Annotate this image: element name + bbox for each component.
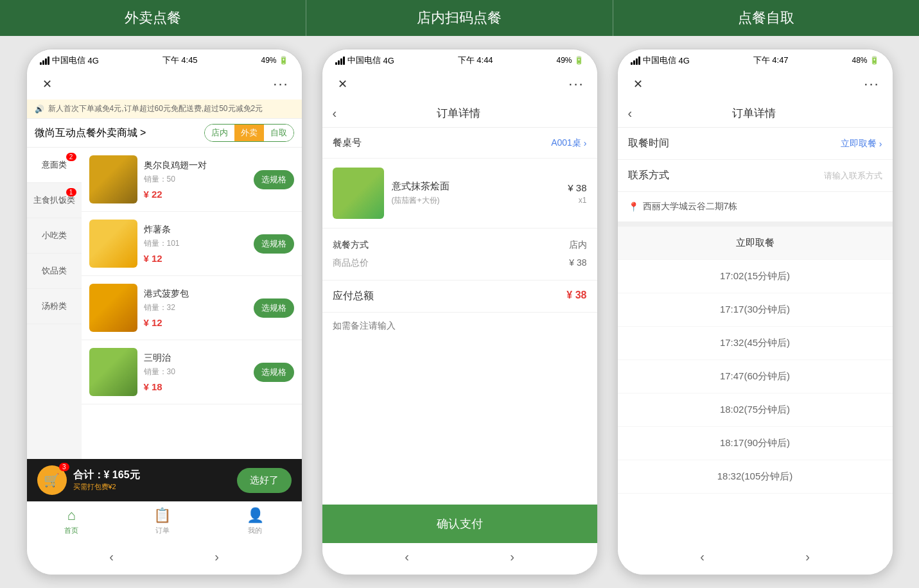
- close-button-1[interactable]: ✕: [37, 74, 58, 94]
- store-name: 微尚互动点餐外卖商城 >: [35, 126, 146, 140]
- time-option-1[interactable]: 17:02(15分钟后): [618, 260, 893, 293]
- phones-container: 中国电信 4G 下午 4:45 49% 🔋 ✕ ··· 🔊 新人首次下单减免4元…: [0, 36, 919, 588]
- forward-arrow-2[interactable]: ›: [510, 549, 514, 564]
- select-btn-2[interactable]: 选规格: [254, 234, 294, 254]
- food-info-3: 港式菠萝包 销量：32 ¥ 12: [144, 288, 247, 328]
- nav-tabs: 店内 外卖 自取: [204, 124, 294, 142]
- battery-1: 49%: [261, 56, 276, 65]
- time-option-3[interactable]: 17:32(45分钟后): [618, 327, 893, 360]
- sidebar-item-soup[interactable]: 汤粉类: [27, 289, 82, 324]
- network-1: 4G: [88, 56, 99, 65]
- nav-profile-label: 我的: [248, 526, 262, 535]
- time-1: 下午 4:45: [162, 55, 198, 66]
- cart-count: 3: [59, 463, 69, 471]
- sidebar-item-pasta[interactable]: 意面类 2: [27, 148, 82, 183]
- order-food-price-col: ¥ 38 x1: [568, 182, 586, 205]
- nav-tab-indoor[interactable]: 店内: [205, 125, 234, 141]
- top-bar-1: ✕ ···: [27, 69, 302, 99]
- status-left-3: 中国电信 4G: [631, 55, 690, 66]
- food-sales-2: 销量：101: [144, 238, 247, 249]
- time-option-immediate[interactable]: 立即取餐: [618, 227, 893, 260]
- menu-list: 奥尔良鸡翅一对 销量：50 ¥ 22 选规格 炸薯条 销量：101 ¥ 12 选…: [82, 148, 302, 459]
- menu-item-2: 炸薯条 销量：101 ¥ 12 选规格: [82, 212, 302, 276]
- time-option-2[interactable]: 17:17(30分钟后): [618, 293, 893, 327]
- nav-arrows-2: ‹ ›: [322, 543, 597, 575]
- food-name-2: 炸薯条: [144, 224, 247, 236]
- food-sales-4: 销量：30: [144, 367, 247, 377]
- chevron-right-icon: ›: [584, 138, 587, 148]
- select-btn-4[interactable]: 选规格: [254, 363, 294, 382]
- order-title-3: 订单详情: [638, 106, 869, 121]
- food-price-4: ¥ 18: [144, 381, 247, 392]
- menu-item-1: 奥尔良鸡翅一对 销量：50 ¥ 22 选规格: [82, 148, 302, 212]
- menu-item-4: 三明治 销量：30 ¥ 18 选规格: [82, 340, 302, 404]
- back-arrow-1[interactable]: ‹: [109, 549, 114, 564]
- select-btn-3[interactable]: 选规格: [254, 298, 294, 318]
- orders-icon: 📋: [153, 507, 171, 524]
- pay-button[interactable]: 确认支付: [322, 505, 597, 543]
- header-phone2-title: 店内扫码点餐: [417, 8, 502, 28]
- order-food-spec: (茄茄酱+大份): [392, 195, 561, 206]
- battery-icon: 🔋: [279, 56, 288, 65]
- food-price-1: ¥ 22: [144, 189, 247, 200]
- more-button-1[interactable]: ···: [271, 74, 292, 94]
- note-input[interactable]: [322, 313, 597, 338]
- phone-2: 中国电信 4G 下午 4:44 49% 🔋 ✕ ··· ‹ 订单详情 餐桌号: [322, 49, 598, 575]
- time-option-4[interactable]: 17:47(60分钟后): [618, 360, 893, 393]
- close-button-2[interactable]: ✕: [333, 74, 353, 94]
- nav-tab-delivery[interactable]: 外卖: [234, 125, 264, 141]
- header-phone3-title: 点餐自取: [738, 8, 794, 28]
- back-arrow-3[interactable]: ‹: [700, 549, 705, 564]
- sidebar-item-snacks[interactable]: 小吃类: [27, 218, 82, 254]
- sidebar-item-rice[interactable]: 主食扒饭类 1: [27, 183, 82, 218]
- time-picker[interactable]: 立即取餐 17:02(15分钟后) 17:17(30分钟后) 17:32(45分…: [618, 227, 893, 543]
- rice-badge: 1: [66, 188, 76, 196]
- nav-arrows-1: ‹ ›: [27, 543, 302, 575]
- back-arrow-2[interactable]: ‹: [405, 549, 409, 564]
- subtotal-value: ¥ 38: [569, 257, 586, 269]
- home-icon: ⌂: [67, 507, 76, 524]
- more-button-3[interactable]: ···: [862, 74, 882, 94]
- time-option-5[interactable]: 18:02(75分钟后): [618, 393, 893, 427]
- signal-icon-2: [335, 56, 345, 65]
- menu-item-3: 港式菠萝包 销量：32 ¥ 12 选规格: [82, 276, 302, 340]
- contact-label: 联系方式: [628, 169, 669, 182]
- forward-arrow-1[interactable]: ›: [214, 549, 219, 564]
- order-food-info: 意式抹茶烩面 (茄茄酱+大份): [392, 180, 561, 206]
- forward-arrow-3[interactable]: ›: [805, 549, 810, 564]
- status-left-1: 中国电信 4G: [40, 55, 99, 66]
- status-left-2: 中国电信 4G: [335, 55, 394, 66]
- back-button-3[interactable]: ‹: [628, 106, 633, 121]
- food-info-4: 三明治 销量：30 ¥ 18: [144, 352, 247, 392]
- status-bar-1: 中国电信 4G 下午 4:45 49% 🔋: [27, 49, 302, 69]
- time-option-6[interactable]: 18:17(90分钟后): [618, 427, 893, 460]
- cart-icon-wrap[interactable]: 🛒 3: [37, 465, 67, 495]
- nav-tab-pickup[interactable]: 自取: [264, 125, 293, 141]
- nav-orders[interactable]: 📋 订单: [153, 507, 171, 535]
- food-image-fries: [89, 220, 137, 268]
- close-button-3[interactable]: ✕: [628, 74, 649, 94]
- cart-confirm-button[interactable]: 选好了: [237, 468, 292, 493]
- back-button-2[interactable]: ‹: [333, 106, 337, 121]
- nav-orders-label: 订单: [155, 526, 170, 535]
- time-option-7[interactable]: 18:32(105分钟后): [618, 460, 893, 494]
- food-info-1: 奥尔良鸡翅一对 销量：50 ¥ 22: [144, 160, 247, 200]
- subtotal-label: 商品总价: [333, 257, 369, 269]
- top-bar-2: ✕ ···: [322, 69, 597, 99]
- header-phone1: 外卖点餐: [0, 0, 306, 36]
- sidebar-item-drinks[interactable]: 饮品类: [27, 254, 82, 289]
- select-btn-1[interactable]: 选规格: [254, 170, 294, 189]
- more-button-2[interactable]: ···: [566, 74, 587, 94]
- cart-tip: 买需打包费¥2: [73, 482, 237, 492]
- carrier-1: 中国电信: [52, 55, 85, 66]
- food-name-1: 奥尔良鸡翅一对: [144, 160, 247, 171]
- order-food-amount: ¥ 38: [568, 182, 586, 193]
- status-right-3: 48% 🔋: [852, 56, 879, 65]
- carrier-3: 中国电信: [643, 55, 676, 66]
- nav-home[interactable]: ⌂ 首页: [64, 507, 78, 535]
- order-detail-header-2: ‹ 订单详情: [322, 99, 597, 128]
- pickup-label: 取餐时间: [628, 137, 669, 150]
- battery-3: 48%: [852, 56, 867, 65]
- nav-profile[interactable]: 👤 我的: [247, 507, 264, 535]
- order-content-2[interactable]: 餐桌号 A001桌 › 意式抹茶烩面 (茄茄酱+大份) ¥ 38 x1: [322, 128, 597, 505]
